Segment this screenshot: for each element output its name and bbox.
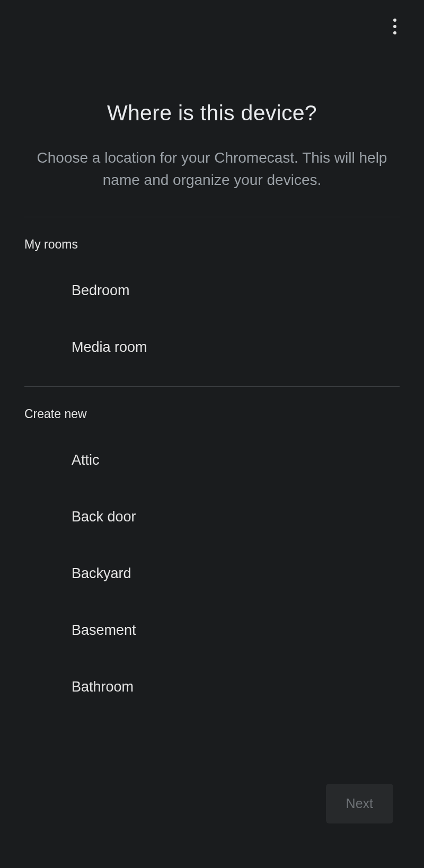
more-vert-icon[interactable]	[387, 12, 403, 41]
room-option-attic[interactable]: Attic	[0, 432, 424, 489]
content-area: Where is this device? Choose a location …	[0, 0, 424, 715]
top-bar	[0, 0, 424, 53]
section-header-my-rooms: My rooms	[0, 217, 424, 252]
room-option-media-room[interactable]: Media room	[0, 319, 424, 376]
room-option-backyard[interactable]: Backyard	[0, 545, 424, 602]
room-option-back-door[interactable]: Back door	[0, 489, 424, 545]
page-subtitle: Choose a location for your Chromecast. T…	[0, 147, 424, 191]
room-option-bathroom[interactable]: Bathroom	[0, 659, 424, 715]
room-option-basement[interactable]: Basement	[0, 602, 424, 659]
section-header-create-new: Create new	[0, 387, 424, 421]
page-title: Where is this device?	[0, 101, 424, 126]
room-option-bedroom[interactable]: Bedroom	[0, 262, 424, 319]
create-new-list: Attic Back door Backyard Basement Bathro…	[0, 421, 424, 715]
my-rooms-list: Bedroom Media room	[0, 252, 424, 376]
next-button[interactable]: Next	[326, 784, 393, 823]
